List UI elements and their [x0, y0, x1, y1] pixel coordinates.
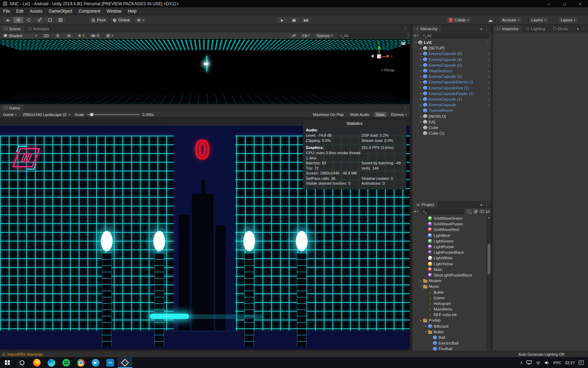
scene-gizmos-dropdown[interactable]: Gizmos ▾: [314, 33, 335, 39]
tab-lighting[interactable]: Lighting: [523, 25, 548, 32]
hierarchy-add-button[interactable]: + ▾: [414, 33, 418, 38]
hand-tool-button[interactable]: [3, 16, 13, 23]
prefab-open-chevron-icon[interactable]: ›: [486, 86, 491, 90]
prefab-open-chevron-icon[interactable]: ›: [486, 80, 491, 84]
taskbar-app-edge[interactable]: [44, 357, 59, 368]
scene-audio-toggle[interactable]: [64, 33, 74, 39]
resolution-dropdown[interactable]: 2960x1440 Landscape (2: ▾: [21, 112, 72, 117]
expander-icon[interactable]: ▾: [419, 319, 423, 322]
scene-options-menu-icon[interactable]: ⋮: [483, 41, 491, 45]
prefab-open-chevron-icon[interactable]: ›: [486, 103, 491, 107]
hierarchy-row[interactable]: Cube (1): [412, 130, 491, 136]
project-row[interactable]: ♪MainMenu: [412, 306, 486, 312]
expander-icon[interactable]: ▸: [424, 325, 428, 328]
2d-toggle-button[interactable]: 2D: [41, 33, 51, 39]
maximize-on-play-button[interactable]: Maximize On Play: [311, 112, 346, 117]
tab-occlu[interactable]: Occlu: [550, 25, 572, 32]
status-warning-text[interactable]: ImportFBX Warnings:: [7, 352, 44, 356]
scene-panel-menu-icon[interactable]: ⋮: [404, 26, 410, 32]
expander-icon[interactable]: ▸: [419, 75, 423, 78]
prefab-open-chevron-icon[interactable]: ›: [486, 57, 491, 62]
project-row[interactable]: ▸Models: [412, 278, 486, 284]
tab-hierarchy[interactable]: ≡ Hierarchy: [413, 25, 441, 32]
hidden-packages-button[interactable]: 16: [480, 210, 490, 214]
project-row[interactable]: Ball: [412, 335, 486, 340]
hierarchy-row[interactable]: ▸[UI]: [412, 119, 491, 125]
menu-file[interactable]: File: [0, 9, 13, 14]
scale-slider[interactable]: [87, 114, 140, 115]
project-row[interactable]: LightYelow: [412, 261, 486, 267]
scale-slider-knob[interactable]: [90, 113, 93, 116]
mute-audio-button[interactable]: Mute Audio: [349, 112, 371, 117]
taskbar-search-button[interactable]: [15, 357, 29, 368]
menu-component[interactable]: Component: [75, 9, 103, 14]
project-row[interactable]: GridWavePurple: [412, 221, 486, 227]
expander-icon[interactable]: ▸: [419, 86, 423, 89]
taskbar-app-firefox[interactable]: [29, 357, 44, 368]
expander-icon[interactable]: ▸: [419, 63, 423, 67]
expander-icon[interactable]: ▸: [419, 69, 423, 73]
hierarchy-row[interactable]: ▸EnemyCapsule (1)›: [412, 96, 491, 102]
taskbar-app-chrome[interactable]: [74, 357, 88, 368]
project-row[interactable]: StopLightPurpleBlack: [412, 272, 486, 278]
volume-tray-icon[interactable]: [545, 361, 550, 365]
prefab-open-chevron-icon[interactable]: ›: [486, 52, 491, 56]
hierarchy-search-input[interactable]: All: [420, 33, 490, 38]
close-button[interactable]: ×: [572, 0, 588, 7]
hierarchy-row[interactable]: ▸[SETUP]: [412, 45, 491, 51]
project-row[interactable]: LightGreen: [412, 238, 486, 244]
project-row[interactable]: ♪Hologram: [412, 301, 486, 306]
project-lock-icon[interactable]: 🔒︎: [480, 202, 485, 208]
scale-tool-button[interactable]: [34, 16, 45, 23]
orientation-gizmo[interactable]: y x: [366, 43, 392, 68]
lock-icon[interactable]: [401, 42, 405, 45]
project-row[interactable]: ♪Game: [412, 295, 486, 301]
draw-mode-dropdown[interactable]: Shaded ▾: [1, 33, 39, 39]
project-row[interactable]: ▾Prefab: [412, 318, 486, 323]
project-row[interactable]: ▾Bullet: [412, 329, 486, 335]
menu-help[interactable]: Help: [125, 9, 140, 14]
action-center-icon[interactable]: [579, 360, 584, 365]
play-button[interactable]: ▶: [276, 16, 288, 23]
expander-icon[interactable]: ▸: [419, 115, 423, 118]
project-row[interactable]: GridWaveGreen: [412, 216, 486, 221]
prefab-open-chevron-icon[interactable]: ›: [486, 91, 491, 96]
hierarchy-row[interactable]: ▸EnemyCapsuleElectro (1›: [412, 79, 491, 85]
transform-tool-button[interactable]: [55, 16, 66, 23]
pivot-toggle-button[interactable]: Pivot: [89, 16, 108, 23]
scrollbar-up-icon[interactable]: ▲: [487, 216, 491, 220]
expander-icon[interactable]: ▸: [419, 120, 423, 123]
menu-edit[interactable]: Edit: [13, 9, 27, 14]
tab-animator[interactable]: Animator: [25, 25, 53, 32]
project-row[interactable]: LightWhite: [412, 255, 486, 261]
pause-button[interactable]: ▮▮: [288, 16, 300, 23]
prefab-open-chevron-icon[interactable]: ›: [486, 97, 491, 101]
wifi-tray-icon[interactable]: [536, 361, 541, 365]
expander-icon[interactable]: ▸: [419, 58, 423, 61]
effects-dropdown[interactable]: ★ ▾: [76, 33, 86, 39]
stats-button[interactable]: Stats: [374, 112, 386, 117]
prefab-open-chevron-icon[interactable]: ›: [486, 74, 491, 79]
game-viewport[interactable]: 0 St: [0, 117, 410, 351]
axis-z-arrow[interactable]: [371, 54, 374, 58]
display-dropdown[interactable]: Game ▾: [1, 112, 18, 117]
inspector-panel-menu-icon[interactable]: ⋮: [582, 26, 588, 32]
project-row[interactable]: LightPurple: [412, 244, 486, 250]
project-row[interactable]: FireBall: [412, 346, 486, 351]
project-row[interactable]: LightPurpleBlack: [412, 250, 486, 255]
language-indicator[interactable]: РУС: [553, 361, 561, 365]
expander-icon[interactable]: ▸: [419, 103, 423, 107]
expander-icon[interactable]: ▾: [414, 41, 418, 44]
tray-chevron-up-icon[interactable]: ∧: [520, 361, 523, 364]
project-row[interactable]: Main: [412, 267, 486, 272]
expander-icon[interactable]: ▸: [419, 52, 423, 55]
menu-gameobject[interactable]: GameObject: [46, 9, 75, 14]
display-tray-icon[interactable]: [526, 360, 532, 365]
maximize-button[interactable]: □: [556, 0, 572, 7]
expander-icon[interactable]: ▸: [419, 97, 423, 101]
taskbar-app-vscode[interactable]: [103, 357, 118, 368]
layout-dropdown[interactable]: Layout ▾: [558, 16, 578, 23]
project-row[interactable]: ElectricBall: [412, 340, 486, 346]
tab-scene[interactable]: Scene: [1, 25, 24, 32]
hierarchy-panel-menu-icon[interactable]: ⋮: [485, 26, 491, 32]
